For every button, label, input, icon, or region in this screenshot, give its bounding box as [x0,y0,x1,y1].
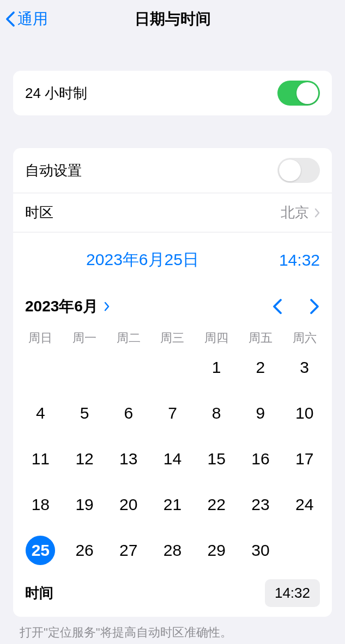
calendar-day[interactable]: 20 [106,490,150,519]
prev-month-button[interactable] [272,298,283,315]
calendar-day[interactable]: 5 [63,398,107,428]
calendar-day[interactable]: 10 [282,398,326,428]
calendar-day[interactable]: 27 [106,536,150,565]
calendar-day[interactable]: 11 [19,444,63,474]
calendar-day[interactable]: 26 [63,536,107,565]
current-date-button[interactable]: 2023年6月25日 [25,249,260,271]
back-button[interactable]: 通用 [5,9,48,29]
chevron-right-icon [314,208,320,218]
twenty-four-hour-row: 24 小时制 [13,71,332,115]
month-picker-button[interactable]: 2023年6月 [25,296,110,317]
time-value-button[interactable]: 14:32 [265,579,320,607]
weekday-header: 周五 [239,330,283,346]
weekday-header: 周日 [19,330,63,346]
chevron-right-icon [104,302,110,311]
twenty-four-hour-label: 24 小时制 [25,84,87,103]
calendar-day[interactable]: 29 [195,536,239,565]
month-label: 2023年6月 [25,296,98,317]
calendar-day[interactable]: 23 [239,490,283,519]
calendar-day[interactable]: 14 [150,444,195,474]
calendar-day[interactable]: 6 [106,398,150,428]
time-label: 时间 [25,584,53,603]
calendar-empty-cell [106,353,150,382]
calendar-day[interactable]: 1 [195,353,239,382]
calendar-day[interactable]: 30 [239,536,283,565]
calendar-day[interactable]: 17 [282,444,326,474]
current-date-time-row: 2023年6月25日 14:32 [13,232,332,281]
calendar-day[interactable]: 28 [150,536,195,565]
calendar-empty-cell [63,353,107,382]
calendar-day[interactable]: 8 [195,398,239,428]
calendar-day[interactable]: 3 [282,353,326,382]
timezone-label: 时区 [25,203,53,222]
footer-note: 打开"定位服务"将提高自动时区准确性。 [20,624,325,641]
calendar-day[interactable]: 19 [63,490,107,519]
current-time-button[interactable]: 14:32 [260,251,320,269]
weekday-header: 周六 [282,330,326,346]
twenty-four-hour-switch[interactable] [277,81,320,106]
calendar-day[interactable]: 15 [195,444,239,474]
weekday-header: 周四 [195,330,239,346]
calendar-day[interactable]: 21 [150,490,195,519]
page-title: 日期与时间 [0,9,345,29]
calendar-day[interactable]: 7 [150,398,195,428]
time-row: 时间 14:32 [13,575,332,617]
calendar-day[interactable]: 16 [239,444,283,474]
timezone-value: 北京 [281,203,309,222]
calendar-empty-cell [150,353,195,382]
weekday-header: 周三 [150,330,195,346]
calendar-day[interactable]: 18 [19,490,63,519]
calendar-day[interactable]: 24 [282,490,326,519]
calendar-day[interactable]: 12 [63,444,107,474]
calendar-day[interactable]: 2 [239,353,283,382]
calendar-day[interactable]: 13 [106,444,150,474]
auto-set-switch[interactable] [277,158,320,183]
calendar-day[interactable]: 4 [19,398,63,428]
auto-set-label: 自动设置 [25,161,82,180]
calendar-day[interactable]: 22 [195,490,239,519]
weekday-header: 周二 [106,330,150,346]
auto-set-row: 自动设置 [13,148,332,193]
back-label: 通用 [17,9,48,29]
calendar-empty-cell [19,353,63,382]
timezone-row[interactable]: 时区 北京 [13,193,332,232]
calendar-day[interactable]: 25 [26,536,55,565]
chevron-left-icon [5,11,15,27]
next-month-button[interactable] [309,298,320,315]
weekday-header: 周一 [63,330,107,346]
calendar-day[interactable]: 9 [239,398,283,428]
